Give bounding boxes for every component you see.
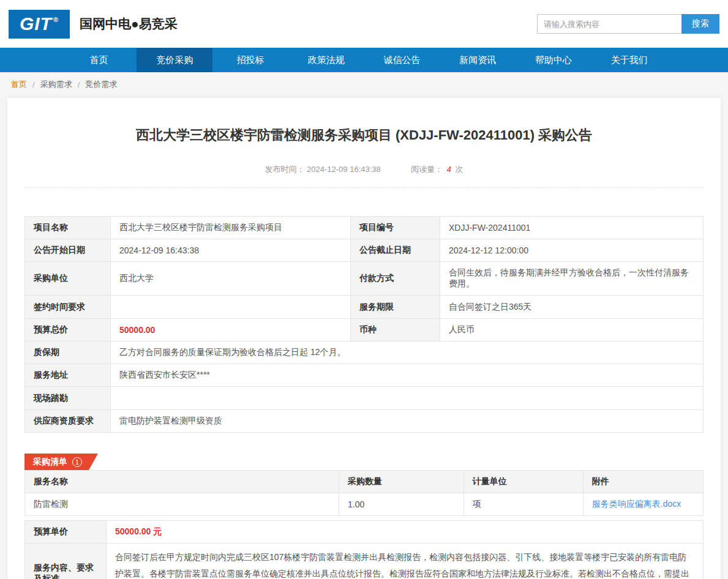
site-header: GIT® 国网中电●易竞采 搜索 xyxy=(0,0,728,48)
breadcrumb-separator: / xyxy=(78,80,80,89)
buyer-value: 西北大学 xyxy=(111,262,351,296)
views-label: 阅读量： xyxy=(411,165,443,174)
purchase-list-table: 服务名称 采购数量 计量单位 附件 防雷检测 1.00 项 服务类响应偏离表.d… xyxy=(24,470,704,516)
table-header-row: 服务名称 采购数量 计量单位 附件 xyxy=(25,471,704,493)
views-unit: 次 xyxy=(456,165,463,174)
attachment-link[interactable]: 服务类响应偏离表.docx xyxy=(592,499,681,509)
buyer-label: 采购单位 xyxy=(25,262,111,296)
service-name-cell: 防雷检测 xyxy=(25,493,339,516)
table-row: 服务内容、要求及标准 合同签订后在甲方规定时间内完成三校区107栋楼宇防雷装置检… xyxy=(25,544,704,579)
service-content-value: 合同签订后在甲方规定时间内完成三校区107栋楼宇防雷装置检测并出具检测报告，检测… xyxy=(107,544,704,579)
payment-value: 合同生效后，待服务期满并经甲方验收合格后，一次性付清服务费用。 xyxy=(440,262,704,296)
table-row: 服务地址 陕西省西安市长安区**** xyxy=(25,364,704,387)
publish-meta: 发布时间： 2024-12-09 16:43:38 阅读量： 4 次 xyxy=(24,164,704,175)
service-period-value: 自合同签订之日365天 xyxy=(440,296,704,319)
table-row: 采购单位 西北大学 付款方式 合同生效后，待服务期满并经甲方验收合格后，一次性付… xyxy=(25,262,704,296)
unit-cell: 项 xyxy=(463,493,583,516)
breadcrumb-home[interactable]: 首页 xyxy=(11,79,27,90)
logo-text: GIT xyxy=(20,13,52,34)
nav-item-bidding-purchase[interactable]: 竞价采购 xyxy=(137,48,212,72)
col-header-quantity: 采购数量 xyxy=(339,471,464,493)
brand-title: 国网中电●易竞采 xyxy=(80,15,178,32)
service-address-value: 陕西省西安市长安区**** xyxy=(111,364,704,387)
main-nav: 首页 竞价采购 招投标 政策法规 诚信公告 新闻资讯 帮助中心 关于我们 xyxy=(0,48,728,72)
publish-time: 2024-12-09 16:43:38 xyxy=(307,165,381,174)
table-row: 现场踏勘 xyxy=(25,387,704,410)
unit-price-label: 预算单价 xyxy=(25,521,107,544)
service-address-label: 服务地址 xyxy=(25,364,111,387)
project-no-label: 项目编号 xyxy=(351,217,440,239)
nav-item-tenders[interactable]: 招投标 xyxy=(212,48,288,72)
sign-time-value xyxy=(111,296,351,319)
col-header-attachment: 附件 xyxy=(583,471,703,493)
dashed-divider xyxy=(24,187,704,188)
table-row: 公告开始日期 2024-12-09 16:43:38 公告截止日期 2024-1… xyxy=(25,239,704,262)
nav-item-home[interactable]: 首页 xyxy=(61,48,137,72)
start-date-value: 2024-12-09 16:43:38 xyxy=(111,239,351,262)
table-row: 质保期 乙方对合同服务的质量保证期为验收合格后之日起 12个月。 xyxy=(25,342,704,364)
search-box: 搜索 xyxy=(537,14,719,34)
warranty-value: 乙方对合同服务的质量保证期为验收合格后之日起 12个月。 xyxy=(111,342,704,364)
supplier-qualification-label: 供应商资质要求 xyxy=(25,410,111,433)
end-date-label: 公告截止日期 xyxy=(351,239,440,262)
col-header-unit: 计量单位 xyxy=(463,471,583,493)
end-date-value: 2024-12-12 12:00:00 xyxy=(440,239,704,262)
service-detail-table: 预算单价 50000.00 元 服务内容、要求及标准 合同签订后在甲方规定时间内… xyxy=(24,520,704,579)
site-visit-value xyxy=(111,387,704,410)
table-row: 预算总价 50000.00 币种 人民币 xyxy=(25,319,704,342)
currency-label: 币种 xyxy=(351,319,440,342)
nav-item-news[interactable]: 新闻资讯 xyxy=(440,48,516,72)
table-row: 项目名称 西北大学三校区楼宇防雷检测服务采购项目 项目编号 XDJJ-FW-20… xyxy=(25,217,704,239)
quantity-cell: 1.00 xyxy=(339,493,464,516)
nav-item-integrity-notices[interactable]: 诚信公告 xyxy=(364,48,440,72)
sign-time-label: 签约时间要求 xyxy=(25,296,111,319)
views-count: 4 xyxy=(445,165,453,174)
currency-value: 人民币 xyxy=(440,319,704,342)
unit-price-value: 50000.00 元 xyxy=(107,521,704,544)
start-date-label: 公告开始日期 xyxy=(25,239,111,262)
page-title: 西北大学三校区楼宇防雷检测服务采购项目 (XDJJ-FW-202411001) … xyxy=(24,126,704,144)
search-input[interactable] xyxy=(537,14,681,34)
table-row: 预算单价 50000.00 元 xyxy=(25,521,704,544)
breadcrumb-bidding-demand: 竞价需求 xyxy=(85,79,117,90)
service-content-label: 服务内容、要求及标准 xyxy=(25,544,107,579)
budget-value: 50000.00 xyxy=(111,319,351,342)
site-visit-label: 现场踏勘 xyxy=(25,387,111,410)
search-button[interactable]: 搜索 xyxy=(681,14,719,34)
registered-mark: ® xyxy=(53,16,59,23)
breadcrumb-separator: / xyxy=(32,80,35,89)
project-no-value: XDJJ-FW-202411001 xyxy=(440,217,704,239)
nav-item-help-center[interactable]: 帮助中心 xyxy=(516,48,591,72)
service-period-label: 服务期限 xyxy=(351,296,440,319)
budget-label: 预算总价 xyxy=(25,319,111,342)
warranty-label: 质保期 xyxy=(25,342,111,364)
nav-item-about-us[interactable]: 关于我们 xyxy=(591,48,667,72)
supplier-qualification-value: 雷电防护装置检测甲级资质 xyxy=(111,410,704,433)
site-logo[interactable]: GIT® xyxy=(9,10,70,39)
purchase-list-badge-row: 采购清单 1 xyxy=(24,454,704,470)
table-row: 签约时间要求 服务期限 自合同签订之日365天 xyxy=(25,296,704,319)
project-name-value: 西北大学三校区楼宇防雷检测服务采购项目 xyxy=(111,217,351,239)
purchase-list-badge: 采购清单 1 xyxy=(24,454,98,470)
col-header-service-name: 服务名称 xyxy=(25,471,339,493)
nav-item-policies[interactable]: 政策法规 xyxy=(288,48,364,72)
announcement-card: 西北大学三校区楼宇防雷检测服务采购项目 (XDJJ-FW-202411001) … xyxy=(7,98,721,579)
table-row: 供应商资质要求 雷电防护装置检测甲级资质 xyxy=(25,410,704,433)
breadcrumb-purchase-demand[interactable]: 采购需求 xyxy=(40,79,72,90)
table-row: 防雷检测 1.00 项 服务类响应偏离表.docx xyxy=(25,493,704,516)
publish-time-label: 发布时间： xyxy=(265,165,304,174)
purchase-list-badge-label: 采购清单 xyxy=(33,457,67,468)
project-info-table: 项目名称 西北大学三校区楼宇防雷检测服务采购项目 项目编号 XDJJ-FW-20… xyxy=(24,216,704,433)
purchase-list-count-badge: 1 xyxy=(72,457,82,467)
project-name-label: 项目名称 xyxy=(25,217,111,239)
payment-label: 付款方式 xyxy=(351,262,440,296)
breadcrumb: 首页 / 采购需求 / 竞价需求 xyxy=(0,72,728,97)
